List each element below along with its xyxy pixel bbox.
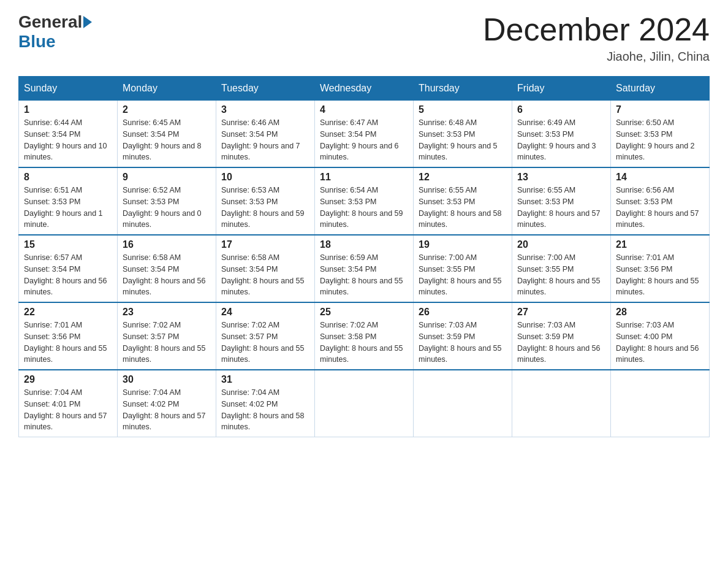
day-number: 10 <box>221 172 309 183</box>
day-number: 29 <box>24 374 112 385</box>
page-header: General Blue December 2024 Jiaohe, Jilin… <box>18 12 710 64</box>
day-number: 26 <box>419 307 507 318</box>
calendar-cell: 23 Sunrise: 7:02 AMSunset: 3:57 PMDaylig… <box>118 302 216 370</box>
day-info: Sunrise: 6:46 AMSunset: 3:54 PMDaylight:… <box>221 117 309 163</box>
day-number: 18 <box>320 239 408 250</box>
day-info: Sunrise: 6:45 AMSunset: 3:54 PMDaylight:… <box>123 117 211 163</box>
logo: General Blue <box>18 12 92 52</box>
day-number: 31 <box>221 374 309 385</box>
day-number: 27 <box>517 307 605 318</box>
day-info: Sunrise: 7:01 AMSunset: 3:56 PMDaylight:… <box>24 320 112 366</box>
calendar-header-friday: Friday <box>512 77 611 101</box>
calendar-cell: 16 Sunrise: 6:58 AMSunset: 3:54 PMDaylig… <box>118 235 216 302</box>
day-info: Sunrise: 7:03 AMSunset: 3:59 PMDaylight:… <box>517 320 605 366</box>
location: Jiaohe, Jilin, China <box>483 50 710 64</box>
day-info: Sunrise: 6:55 AMSunset: 3:53 PMDaylight:… <box>517 185 605 231</box>
day-info: Sunrise: 6:58 AMSunset: 3:54 PMDaylight:… <box>221 252 309 298</box>
title-section: December 2024 Jiaohe, Jilin, China <box>483 12 710 64</box>
day-info: Sunrise: 6:47 AMSunset: 3:54 PMDaylight:… <box>320 117 408 163</box>
calendar-cell <box>512 370 611 437</box>
day-info: Sunrise: 7:01 AMSunset: 3:56 PMDaylight:… <box>616 252 704 298</box>
calendar-cell: 27 Sunrise: 7:03 AMSunset: 3:59 PMDaylig… <box>512 302 611 370</box>
logo-blue-text: Blue <box>18 32 56 52</box>
day-info: Sunrise: 6:54 AMSunset: 3:53 PMDaylight:… <box>320 185 408 231</box>
calendar-header-thursday: Thursday <box>414 77 512 101</box>
day-number: 11 <box>320 172 408 183</box>
day-number: 19 <box>419 239 507 250</box>
day-number: 20 <box>517 239 605 250</box>
day-number: 2 <box>123 104 211 115</box>
logo-blue-part <box>82 16 92 28</box>
calendar-cell: 6 Sunrise: 6:49 AMSunset: 3:53 PMDayligh… <box>512 101 611 168</box>
calendar-cell: 26 Sunrise: 7:03 AMSunset: 3:59 PMDaylig… <box>414 302 512 370</box>
calendar-cell: 10 Sunrise: 6:53 AMSunset: 3:53 PMDaylig… <box>216 167 315 235</box>
calendar-cell: 15 Sunrise: 6:57 AMSunset: 3:54 PMDaylig… <box>19 235 118 302</box>
day-info: Sunrise: 7:04 AMSunset: 4:01 PMDaylight:… <box>24 387 112 433</box>
day-number: 15 <box>24 239 112 250</box>
day-info: Sunrise: 7:04 AMSunset: 4:02 PMDaylight:… <box>123 387 211 433</box>
day-info: Sunrise: 6:59 AMSunset: 3:54 PMDaylight:… <box>320 252 408 298</box>
calendar-cell: 20 Sunrise: 7:00 AMSunset: 3:55 PMDaylig… <box>512 235 611 302</box>
calendar-week-row: 8 Sunrise: 6:51 AMSunset: 3:53 PMDayligh… <box>19 167 710 235</box>
calendar-header-row: SundayMondayTuesdayWednesdayThursdayFrid… <box>19 77 710 101</box>
day-number: 6 <box>517 104 605 115</box>
calendar-cell: 11 Sunrise: 6:54 AMSunset: 3:53 PMDaylig… <box>315 167 414 235</box>
calendar-cell: 1 Sunrise: 6:44 AMSunset: 3:54 PMDayligh… <box>19 101 118 168</box>
day-info: Sunrise: 7:00 AMSunset: 3:55 PMDaylight:… <box>419 252 507 298</box>
day-info: Sunrise: 6:57 AMSunset: 3:54 PMDaylight:… <box>24 252 112 298</box>
day-info: Sunrise: 6:51 AMSunset: 3:53 PMDaylight:… <box>24 185 112 231</box>
calendar-cell <box>414 370 512 437</box>
calendar-cell <box>611 370 710 437</box>
day-number: 28 <box>616 307 704 318</box>
calendar-cell: 14 Sunrise: 6:56 AMSunset: 3:53 PMDaylig… <box>611 167 710 235</box>
calendar-cell: 17 Sunrise: 6:58 AMSunset: 3:54 PMDaylig… <box>216 235 315 302</box>
day-number: 7 <box>616 104 704 115</box>
calendar-week-row: 1 Sunrise: 6:44 AMSunset: 3:54 PMDayligh… <box>19 101 710 168</box>
day-number: 14 <box>616 172 704 183</box>
day-number: 21 <box>616 239 704 250</box>
day-info: Sunrise: 6:52 AMSunset: 3:53 PMDaylight:… <box>123 185 211 231</box>
day-info: Sunrise: 6:48 AMSunset: 3:53 PMDaylight:… <box>419 117 507 163</box>
day-info: Sunrise: 7:03 AMSunset: 4:00 PMDaylight:… <box>616 320 704 366</box>
calendar-cell: 29 Sunrise: 7:04 AMSunset: 4:01 PMDaylig… <box>19 370 118 437</box>
day-info: Sunrise: 6:50 AMSunset: 3:53 PMDaylight:… <box>616 117 704 163</box>
day-info: Sunrise: 6:58 AMSunset: 3:54 PMDaylight:… <box>123 252 211 298</box>
day-number: 23 <box>123 307 211 318</box>
day-number: 30 <box>123 374 211 385</box>
calendar-cell: 12 Sunrise: 6:55 AMSunset: 3:53 PMDaylig… <box>414 167 512 235</box>
calendar-cell: 3 Sunrise: 6:46 AMSunset: 3:54 PMDayligh… <box>216 101 315 168</box>
day-number: 25 <box>320 307 408 318</box>
day-number: 13 <box>517 172 605 183</box>
month-title: December 2024 <box>483 12 710 47</box>
calendar-cell: 21 Sunrise: 7:01 AMSunset: 3:56 PMDaylig… <box>611 235 710 302</box>
day-number: 12 <box>419 172 507 183</box>
calendar-cell: 22 Sunrise: 7:01 AMSunset: 3:56 PMDaylig… <box>19 302 118 370</box>
day-info: Sunrise: 6:53 AMSunset: 3:53 PMDaylight:… <box>221 185 309 231</box>
calendar-cell: 18 Sunrise: 6:59 AMSunset: 3:54 PMDaylig… <box>315 235 414 302</box>
calendar-cell: 30 Sunrise: 7:04 AMSunset: 4:02 PMDaylig… <box>118 370 216 437</box>
calendar-cell: 25 Sunrise: 7:02 AMSunset: 3:58 PMDaylig… <box>315 302 414 370</box>
day-number: 17 <box>221 239 309 250</box>
calendar-week-row: 15 Sunrise: 6:57 AMSunset: 3:54 PMDaylig… <box>19 235 710 302</box>
calendar-table: SundayMondayTuesdayWednesdayThursdayFrid… <box>18 76 710 437</box>
day-info: Sunrise: 7:03 AMSunset: 3:59 PMDaylight:… <box>419 320 507 366</box>
calendar-header-monday: Monday <box>118 77 216 101</box>
calendar-cell: 24 Sunrise: 7:02 AMSunset: 3:57 PMDaylig… <box>216 302 315 370</box>
day-info: Sunrise: 7:02 AMSunset: 3:57 PMDaylight:… <box>123 320 211 366</box>
logo-general-text: General <box>18 12 82 32</box>
calendar-week-row: 22 Sunrise: 7:01 AMSunset: 3:56 PMDaylig… <box>19 302 710 370</box>
day-number: 3 <box>221 104 309 115</box>
calendar-cell <box>315 370 414 437</box>
calendar-header-saturday: Saturday <box>611 77 710 101</box>
calendar-cell: 19 Sunrise: 7:00 AMSunset: 3:55 PMDaylig… <box>414 235 512 302</box>
calendar-cell: 13 Sunrise: 6:55 AMSunset: 3:53 PMDaylig… <box>512 167 611 235</box>
day-info: Sunrise: 6:56 AMSunset: 3:53 PMDaylight:… <box>616 185 704 231</box>
day-number: 4 <box>320 104 408 115</box>
calendar-cell: 9 Sunrise: 6:52 AMSunset: 3:53 PMDayligh… <box>118 167 216 235</box>
calendar-cell: 7 Sunrise: 6:50 AMSunset: 3:53 PMDayligh… <box>611 101 710 168</box>
day-info: Sunrise: 7:02 AMSunset: 3:57 PMDaylight:… <box>221 320 309 366</box>
calendar-cell: 2 Sunrise: 6:45 AMSunset: 3:54 PMDayligh… <box>118 101 216 168</box>
calendar-week-row: 29 Sunrise: 7:04 AMSunset: 4:01 PMDaylig… <box>19 370 710 437</box>
calendar-cell: 28 Sunrise: 7:03 AMSunset: 4:00 PMDaylig… <box>611 302 710 370</box>
day-info: Sunrise: 7:04 AMSunset: 4:02 PMDaylight:… <box>221 387 309 433</box>
